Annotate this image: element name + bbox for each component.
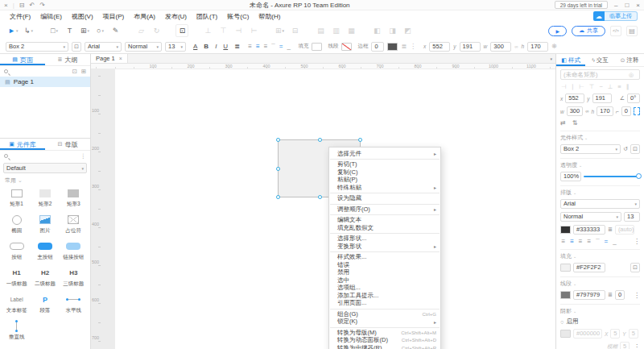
resize-handle[interactable]: [276, 167, 280, 171]
manage-styles-icon[interactable]: ⊡: [630, 144, 640, 154]
library-component[interactable]: 垂直线: [2, 320, 31, 341]
shadow-enable-checkbox[interactable]: ○: [560, 318, 564, 326]
context-menu-item[interactable]: 添加工具提示...: [329, 292, 440, 300]
border-width-field[interactable]: 0: [371, 42, 384, 52]
text-color-field[interactable]: #333333: [573, 225, 605, 235]
shadow-y-field[interactable]: 5: [629, 329, 638, 339]
context-menu-item[interactable]: 剪切(T): [329, 161, 440, 169]
text-align-bottom-button[interactable]: _: [612, 238, 617, 245]
resize-handle[interactable]: [276, 138, 280, 142]
search-icon[interactable]: [4, 69, 8, 73]
context-menu-item[interactable]: 选项组...: [329, 285, 440, 293]
code-view-icon[interactable]: </>: [610, 26, 621, 36]
context-menu-item[interactable]: 粘贴(P): [329, 177, 440, 185]
widget-style-select[interactable]: Box 2▾: [560, 144, 621, 154]
menubar-item[interactable]: 发布(U): [160, 12, 192, 21]
context-menu-item[interactable]: 组合(G)Ctrl+G: [329, 310, 440, 318]
font-family-select[interactable]: Arial▾: [560, 199, 640, 209]
resize-handle[interactable]: [276, 195, 280, 199]
library-component[interactable]: 矩形3: [60, 187, 88, 208]
align-top-button[interactable]: ¯: [270, 43, 276, 50]
library-component[interactable]: 占位符: [60, 214, 88, 235]
line-color-swatch[interactable]: [560, 291, 571, 299]
frame-tool[interactable]: ⊞▾: [78, 24, 91, 37]
text-align-right-button[interactable]: ≡: [577, 238, 584, 245]
shadow-section-label[interactable]: 阴影⌄: [560, 307, 640, 315]
h-field[interactable]: 170: [527, 42, 548, 52]
close-button[interactable]: ×: [636, 2, 640, 9]
context-menu-item[interactable]: 调整顺序(O)▸: [329, 206, 440, 214]
document-close-icon[interactable]: ×: [4, 2, 8, 9]
text-align-top-button[interactable]: ¯: [595, 238, 601, 245]
library-component[interactable]: H2二级标题: [31, 267, 59, 288]
fill-color-swatch[interactable]: [560, 264, 571, 272]
typography-section-label[interactable]: 排版⌄: [560, 189, 640, 197]
resize-handle[interactable]: [318, 138, 322, 142]
text-align-justify-button[interactable]: ≡: [586, 238, 592, 245]
flip-vertical-icon[interactable]: ⇅: [572, 119, 578, 127]
library-component[interactable]: P段落: [31, 293, 59, 314]
tab-notes[interactable]: ⊙ 注释: [615, 54, 644, 66]
context-menu-item[interactable]: 编辑文本: [329, 217, 440, 225]
menubar-item[interactable]: 团队(T): [192, 12, 222, 21]
w-field[interactable]: 300: [490, 42, 511, 52]
shadow-color-swatch[interactable]: [387, 43, 398, 51]
update-style-icon[interactable]: ⊡: [72, 42, 81, 52]
pen-tool[interactable]: ✎: [109, 24, 122, 37]
text-align-left-button[interactable]: ≡: [560, 238, 567, 245]
widget-style-select[interactable]: Box 2▾: [6, 42, 68, 52]
w-field[interactable]: 300: [567, 106, 584, 116]
y-field[interactable]: 191: [592, 93, 612, 103]
context-menu-item[interactable]: 锁定(K)▸: [329, 318, 440, 326]
text-align-middle-button[interactable]: =: [603, 238, 609, 245]
align-bottom-button[interactable]: _: [286, 43, 291, 50]
align-center-icon[interactable]: ∣: [571, 83, 576, 90]
underline-button[interactable]: U: [221, 43, 229, 50]
opacity-slider[interactable]: [584, 176, 640, 177]
context-menu-item[interactable]: 转换为母版(M)Ctrl+Shift+Alt+M: [329, 329, 440, 337]
undo-icon[interactable]: ↶: [29, 2, 35, 9]
connector-tool[interactable]: ↳▾: [22, 24, 35, 37]
tab-masters[interactable]: ⊟ 母版: [45, 139, 90, 150]
context-menu-item[interactable]: 选择形状...: [329, 235, 440, 243]
radius-field[interactable]: 0: [621, 106, 631, 116]
font-size-select[interactable]: 13▾: [165, 42, 186, 52]
canvas-area[interactable]: Page 1 × ▾ 10020030040050060070080090010…: [91, 54, 555, 349]
bold-button[interactable]: B: [202, 43, 210, 50]
menubar-item[interactable]: 编辑(E): [35, 12, 67, 21]
context-menu-item[interactable]: 样式效果...: [329, 254, 440, 262]
align-center-button[interactable]: ≡: [255, 43, 262, 50]
tab-interaction[interactable]: ϟ 交互: [585, 54, 614, 66]
page-list-item[interactable]: ▤Page 1: [0, 77, 90, 87]
arrow-style-icon[interactable]: ⋮: [410, 43, 416, 50]
add-folder-icon[interactable]: ⊡: [72, 68, 76, 75]
line-color-swatch[interactable]: [341, 43, 352, 51]
library-component[interactable]: 按钮: [2, 240, 31, 261]
font-size-field[interactable]: 13: [624, 212, 640, 222]
text-color-swatch[interactable]: [560, 226, 571, 234]
kebab-menu-icon[interactable]: ⋮: [634, 292, 640, 299]
text-tool[interactable]: T: [63, 24, 76, 37]
eye-icon[interactable]: ◎: [629, 72, 634, 78]
align-left-button[interactable]: ≡: [247, 43, 254, 50]
menubar-item[interactable]: 文件(F): [5, 12, 35, 21]
library-component[interactable]: 图片: [31, 214, 59, 235]
context-menu-item[interactable]: 引用页面...: [329, 300, 440, 308]
library-component[interactable]: H3三级标题: [60, 267, 88, 288]
font-weight-select[interactable]: Normal▾: [560, 212, 621, 222]
slider-knob[interactable]: [636, 173, 642, 179]
menubar-item[interactable]: 视图(V): [67, 12, 98, 21]
kebab-menu-icon[interactable]: ⋮: [80, 152, 87, 160]
distribute-v-icon[interactable]: ∥: [625, 83, 630, 90]
resize-handle[interactable]: [318, 195, 322, 199]
share-button[interactable]: ☁ 共享: [572, 26, 605, 36]
line-section-label[interactable]: 线段⌄: [560, 280, 640, 288]
context-menu-item[interactable]: 转换为动态面板(D)Ctrl+Shift+Alt+D: [329, 337, 440, 345]
reset-style-icon[interactable]: ↺: [623, 146, 628, 152]
minimize-button[interactable]: –: [614, 2, 617, 9]
fill-color-swatch[interactable]: [312, 43, 322, 51]
tab-library[interactable]: ▣ 元件库: [0, 139, 45, 150]
context-menu-item[interactable]: 选中: [329, 276, 440, 285]
lock-ratio-icon[interactable]: ∞: [514, 44, 518, 49]
italic-button[interactable]: I: [213, 43, 218, 50]
